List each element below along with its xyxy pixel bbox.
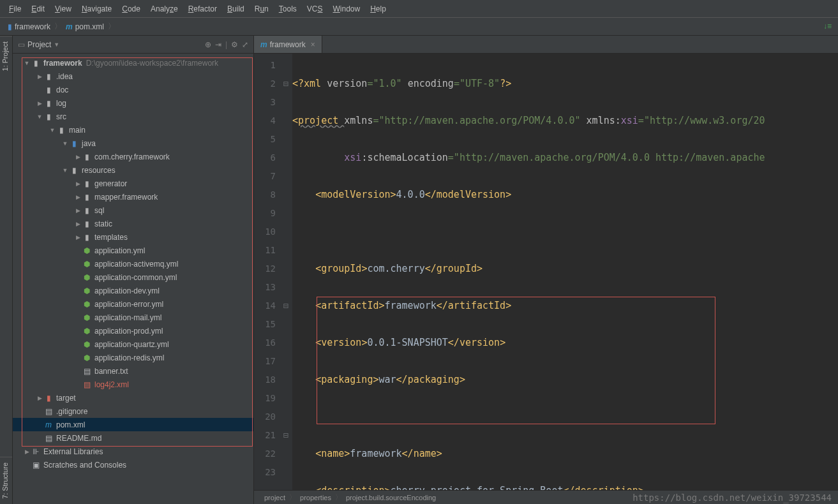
tree-sql[interactable]: ▶▮sql xyxy=(13,204,253,217)
menu-view[interactable]: View xyxy=(50,2,77,16)
breadcrumb-sep: 〉 xyxy=(108,21,116,32)
tree-file-app[interactable]: ⬢application.yml xyxy=(13,244,253,257)
tree-java[interactable]: ▼▮java xyxy=(13,137,253,150)
tree-file-dev[interactable]: ⬢application-dev.yml xyxy=(13,284,253,297)
menu-build[interactable]: Build xyxy=(222,2,250,16)
tree-label: Scratches and Consoles xyxy=(43,461,126,470)
folder-icon: ▮ xyxy=(82,219,92,228)
tree-label: application-quartz.yml xyxy=(94,340,169,349)
tree-label: application-dev.yml xyxy=(94,286,160,295)
tree-package[interactable]: ▶▮com.cherry.framework xyxy=(13,150,253,163)
tree-label: application-prod.yml xyxy=(94,327,163,336)
tool-window-strip-left: 1: Project 7: Structure xyxy=(0,36,13,504)
sidetab-structure[interactable]: 7: Structure xyxy=(0,457,12,504)
tree-readme[interactable]: ▤README.md xyxy=(13,431,253,445)
tree-root[interactable]: ▼▮frameworkD:\gyoomi\idea-workspace2\fra… xyxy=(13,56,253,70)
folder-icon: ▮ xyxy=(82,233,92,242)
tree-doc[interactable]: ▮doc xyxy=(13,83,253,96)
folder-icon: ▮ xyxy=(82,193,92,202)
tree-label: External Libraries xyxy=(43,447,103,456)
tree-static[interactable]: ▶▮static xyxy=(13,217,253,230)
breadcrumb-sep: 〉 xyxy=(54,21,62,32)
crumb-project[interactable]: project xyxy=(260,494,289,501)
close-icon[interactable]: × xyxy=(311,40,315,49)
tree-templates[interactable]: ▶▮templates xyxy=(13,230,253,244)
menu-bar: File Edit View Navigate Code Analyze Ref… xyxy=(0,0,838,18)
tree-root-path: D:\gyoomi\idea-workspace2\framework xyxy=(86,59,218,68)
tree-label: .idea xyxy=(56,72,73,81)
tree-label: java xyxy=(82,139,96,148)
main-area: 1: Project 7: Structure ▭ Project ▼ ⊕ ⇥ … xyxy=(0,36,838,504)
tree-mapper[interactable]: ▶▮mapper.framework xyxy=(13,190,253,204)
menu-window[interactable]: Window xyxy=(327,2,365,16)
menu-file[interactable]: File xyxy=(4,2,26,16)
collapse-icon[interactable]: ⇥ xyxy=(215,40,221,49)
spring-icon: ⬢ xyxy=(82,313,92,322)
project-tree[interactable]: ▼▮frameworkD:\gyoomi\idea-workspace2\fra… xyxy=(13,54,253,504)
spring-icon: ⬢ xyxy=(82,300,92,309)
breadcrumb-project-label: framework xyxy=(15,22,50,31)
tree-generator[interactable]: ▶▮generator xyxy=(13,177,253,190)
crumb-encoding[interactable]: project.build.sourceEncoding xyxy=(342,494,440,501)
folder-icon: ▮ xyxy=(43,85,54,94)
tree-file-banner[interactable]: ▤banner.txt xyxy=(13,364,253,378)
gutter: 12⊟34567891011121314⊟15161718192021⊟2223 xyxy=(254,54,292,490)
tree-file-mail[interactable]: ⬢application-mail.yml xyxy=(13,311,253,324)
menu-analyze[interactable]: Analyze xyxy=(146,2,183,16)
markdown-icon: ▤ xyxy=(43,434,54,443)
tree-file-prod[interactable]: ⬢application-prod.yml xyxy=(13,324,253,337)
menu-run[interactable]: Run xyxy=(250,2,274,16)
file-icon: ▤ xyxy=(43,407,54,416)
code-content[interactable]: <?xml version="1.0" encoding="UTF-8"?> <… xyxy=(292,54,838,490)
tree-idea[interactable]: ▶▮.idea xyxy=(13,70,253,83)
tree-src[interactable]: ▼▮src xyxy=(13,110,253,123)
tree-file-amq[interactable]: ⬢application-activemq.yml xyxy=(13,257,253,271)
tree-pom-selected[interactable]: mpom.xml xyxy=(13,418,253,431)
module-icon: ▮ xyxy=(31,59,41,68)
spring-icon: ⬢ xyxy=(82,273,92,282)
project-view-selector[interactable]: ▭ Project ▼ xyxy=(18,40,59,49)
menu-help[interactable]: Help xyxy=(365,2,391,16)
project-icon: ▭ xyxy=(18,40,25,49)
gear-icon[interactable]: ⚙ xyxy=(231,40,238,49)
menu-tools[interactable]: Tools xyxy=(274,2,302,16)
hide-icon[interactable]: ⤢ xyxy=(242,40,248,49)
breadcrumb-project[interactable]: ▮framework xyxy=(5,22,53,31)
tree-target[interactable]: ▶▮target xyxy=(13,391,253,404)
menu-navigate[interactable]: Navigate xyxy=(77,2,117,16)
tree-file-common[interactable]: ⬢application-common.yml xyxy=(13,271,253,284)
locate-icon[interactable]: ⊕ xyxy=(205,40,211,49)
crumb-properties[interactable]: properties xyxy=(296,494,335,501)
folder-icon: ▮ xyxy=(82,179,92,188)
sidetab-project[interactable]: 1: Project xyxy=(0,36,12,76)
tree-gitignore[interactable]: ▤.gitignore xyxy=(13,404,253,418)
tree-external-libs[interactable]: ▶⊪External Libraries xyxy=(13,445,253,458)
menu-edit[interactable]: Edit xyxy=(26,2,50,16)
menu-code[interactable]: Code xyxy=(117,2,146,16)
tree-label: banner.txt xyxy=(94,367,128,376)
tree-scratches[interactable]: ▣Scratches and Consoles xyxy=(13,458,253,471)
scratch-icon: ▣ xyxy=(31,461,41,470)
project-panel-header: ▭ Project ▼ ⊕ ⇥ | ⚙ ⤢ xyxy=(13,36,253,54)
xml-file-icon: ▤ xyxy=(82,380,92,389)
editor-tabs: m framework × xyxy=(254,36,838,54)
tree-resources[interactable]: ▼▮resources xyxy=(13,163,253,177)
breadcrumb-file[interactable]: mpom.xml xyxy=(63,22,107,31)
menu-refactor[interactable]: Refactor xyxy=(183,2,222,16)
menu-vcs[interactable]: VCS xyxy=(302,2,328,16)
tree-main[interactable]: ▼▮main xyxy=(13,123,253,137)
tree-label: main xyxy=(69,126,86,135)
updates-indicator-icon[interactable]: ↓≡ xyxy=(823,22,832,31)
folder-icon: ▮ xyxy=(43,112,54,121)
tree-log[interactable]: ▶▮log xyxy=(13,96,253,110)
tree-label: README.md xyxy=(56,434,101,443)
tree-file-quartz[interactable]: ⬢application-quartz.yml xyxy=(13,337,253,351)
editor-tab-framework[interactable]: m framework × xyxy=(254,36,322,53)
tree-file-log4j[interactable]: ▤log4j2.xml xyxy=(13,378,253,391)
code-editor[interactable]: 12⊟34567891011121314⊟15161718192021⊟2223… xyxy=(254,54,838,490)
tree-label: application-redis.yml xyxy=(94,353,164,362)
folder-icon: ▮ xyxy=(43,72,54,81)
tree-file-err[interactable]: ⬢application-error.yml xyxy=(13,297,253,311)
tree-file-redis[interactable]: ⬢application-redis.yml xyxy=(13,351,253,364)
tree-label: target xyxy=(56,394,76,403)
